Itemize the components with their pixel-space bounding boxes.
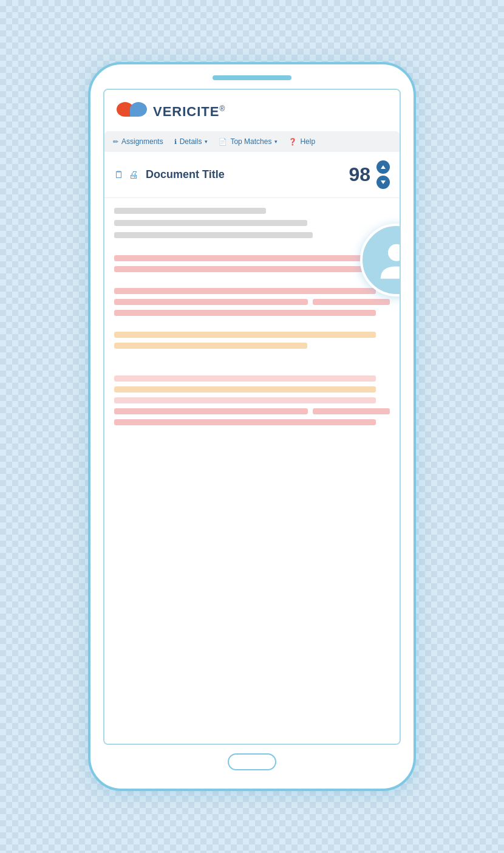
nav-help[interactable]: ❓ Help: [288, 137, 315, 146]
print-icon: 🖨: [129, 170, 138, 180]
svg-point-2: [388, 244, 401, 261]
text-line-2: [114, 220, 307, 226]
highlight-line-4: [114, 310, 376, 316]
highlight-line-peach-1: [114, 332, 376, 338]
highlight-row-2: [114, 408, 390, 414]
document-content: [104, 198, 400, 744]
highlight-line-3: [114, 288, 376, 294]
nav-assignments-label: Assignments: [121, 137, 163, 146]
document-icon: 📄: [219, 138, 227, 146]
chevron-up-icon: [380, 164, 386, 170]
highlight-line-1: [114, 255, 376, 261]
logo-name: VERICITE: [153, 104, 219, 119]
highlight-row-1: [114, 299, 390, 305]
nav-assignments[interactable]: ✏ Assignments: [113, 137, 163, 146]
nav-details-label: Details: [180, 137, 202, 146]
user-avatar-icon: [375, 239, 401, 281]
top-matches-chevron-icon: ▾: [274, 139, 278, 145]
info-icon: ℹ: [174, 138, 177, 146]
highlight-line-5: [114, 375, 376, 382]
logo-reg: ®: [219, 104, 225, 113]
highlight-row-right-2: [313, 408, 390, 414]
svg-marker-0: [381, 165, 386, 169]
phone-frame: VERICITE® ✏ Assignments ℹ Details ▾ 📄 To…: [88, 62, 416, 791]
details-chevron-icon: ▾: [205, 139, 208, 145]
logo-bubble-right: [130, 102, 147, 117]
logo-text: VERICITE®: [153, 104, 225, 120]
nav-bar: ✏ Assignments ℹ Details ▾ 📄 Top Matches …: [104, 131, 400, 152]
highlight-row-left-2: [114, 408, 308, 414]
highlight-line-8: [114, 419, 376, 425]
nav-top-matches[interactable]: 📄 Top Matches ▾: [219, 137, 278, 146]
phone-notch: [213, 75, 291, 80]
document-title: Document Title: [146, 168, 349, 181]
highlight-line-2: [114, 266, 376, 272]
nav-help-label: Help: [300, 137, 315, 146]
file-icon: 🗒: [114, 170, 124, 180]
app-header: VERICITE® ✏ Assignments ℹ Details ▾ 📄 To…: [104, 90, 400, 152]
highlight-line-7: [114, 397, 376, 403]
chevron-down-icon: [380, 179, 386, 185]
logo-row: VERICITE®: [117, 100, 387, 124]
phone-screen: VERICITE® ✏ Assignments ℹ Details ▾ 📄 To…: [103, 89, 401, 745]
nav-top-matches-label: Top Matches: [230, 137, 271, 146]
highlight-row-right-1: [313, 299, 390, 305]
pencil-icon: ✏: [113, 138, 118, 146]
score-down-button[interactable]: [376, 176, 390, 189]
highlight-line-peach-2: [114, 343, 307, 349]
help-icon: ❓: [288, 138, 297, 146]
document-score: 98: [349, 163, 370, 186]
text-line-1: [114, 208, 266, 214]
phone-home-button[interactable]: [228, 753, 276, 770]
doc-icons-group: 🗒 🖨: [114, 170, 138, 180]
score-up-button[interactable]: [376, 160, 390, 174]
svg-marker-1: [381, 180, 386, 184]
text-line-3: [114, 232, 313, 238]
highlight-row-left-1: [114, 299, 308, 305]
vericite-logo-icon: [117, 100, 147, 124]
highlight-line-6: [114, 386, 376, 392]
score-arrows: [376, 160, 390, 189]
document-header: 🗒 🖨 Document Title 98: [104, 152, 400, 198]
nav-details[interactable]: ℹ Details ▾: [174, 137, 208, 146]
